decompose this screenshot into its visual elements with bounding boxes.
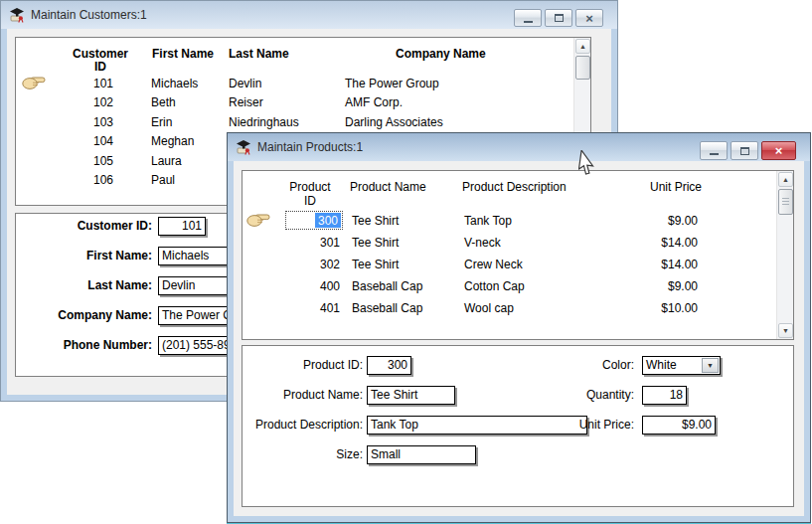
products-titlebar[interactable]: Maintain Products:1 × bbox=[228, 133, 810, 161]
product-id-label: Product ID: bbox=[243, 356, 363, 375]
products-window: Maintain Products:1 × Product ID Product… bbox=[227, 132, 811, 523]
quantity-label: Quantity: bbox=[494, 386, 634, 405]
selected-cell-product-id[interactable]: 300 bbox=[285, 211, 343, 230]
unit-price-label: Unit Price: bbox=[494, 416, 634, 435]
products-window-title: Maintain Products:1 bbox=[257, 140, 363, 154]
products-form-panel: Product ID: 300 Color: White ▼ Product N… bbox=[242, 345, 794, 507]
products-vertical-scrollbar[interactable]: ▲ ▼ bbox=[776, 171, 794, 339]
column-header-product-description: Product Description bbox=[462, 180, 567, 195]
cell-unit-price: $14.00 bbox=[608, 258, 698, 272]
color-dropdown[interactable]: White ▼ bbox=[642, 356, 721, 375]
cell-first-name: Beth bbox=[151, 95, 176, 110]
products-client-area: Product ID Product Name Product Descript… bbox=[234, 161, 804, 516]
first-name-label: First Name: bbox=[16, 247, 152, 265]
unit-price-field[interactable]: $9.00 bbox=[642, 416, 716, 435]
cell-product-id: 400 bbox=[285, 279, 340, 294]
cell-first-name: Erin bbox=[151, 115, 172, 130]
product-description-label: Product Description: bbox=[243, 416, 363, 435]
column-header-last-name: Last Name bbox=[229, 47, 289, 62]
products-caption-buttons: × bbox=[700, 141, 796, 160]
cell-last-name: Devlin bbox=[229, 77, 261, 91]
cell-product-description: Crew Neck bbox=[464, 258, 523, 272]
cell-product-id: 301 bbox=[285, 236, 340, 251]
customers-minimize-button[interactable] bbox=[514, 9, 542, 27]
cell-customer-id: 106 bbox=[54, 173, 113, 188]
customers-caption-buttons: × bbox=[514, 9, 603, 27]
mouse-cursor bbox=[578, 150, 596, 177]
cell-product-id: 302 bbox=[285, 258, 340, 272]
column-header-customer-id-line2: ID bbox=[56, 60, 145, 75]
column-header-product-id-line2: ID bbox=[270, 194, 350, 209]
cell-company-name: AMF Corp. bbox=[345, 95, 403, 110]
cell-customer-id: 104 bbox=[54, 134, 113, 149]
graduation-cap-icon bbox=[236, 139, 251, 155]
scroll-down-arrow-icon[interactable]: ▼ bbox=[778, 323, 793, 338]
cell-unit-price: $9.00 bbox=[608, 279, 698, 294]
column-header-product-id: Product bbox=[270, 180, 350, 195]
column-header-product-name: Product Name bbox=[350, 180, 426, 195]
quantity-field[interactable]: 18 bbox=[642, 386, 687, 405]
cell-company-name: Darling Associates bbox=[345, 115, 443, 130]
close-icon: × bbox=[585, 11, 593, 24]
customers-window-title: Maintain Customers:1 bbox=[31, 8, 147, 22]
cell-last-name: Reiser bbox=[229, 95, 263, 110]
column-header-company-name: Company Name bbox=[396, 47, 486, 62]
cell-first-name: Meghan bbox=[151, 134, 194, 149]
dropdown-arrow-icon[interactable]: ▼ bbox=[702, 358, 719, 373]
cell-customer-id: 101 bbox=[54, 77, 113, 91]
product-name-field[interactable]: Tee Shirt bbox=[367, 386, 455, 405]
phone-number-label: Phone Number: bbox=[16, 336, 152, 355]
current-row-pointing-hand-icon bbox=[246, 212, 270, 228]
close-icon: × bbox=[775, 144, 783, 157]
cell-last-name: Niedringhaus bbox=[229, 115, 299, 130]
cell-product-id: 401 bbox=[285, 301, 340, 316]
cell-product-name: Tee Shirt bbox=[352, 214, 399, 229]
scroll-up-arrow-icon[interactable]: ▲ bbox=[778, 172, 793, 187]
graduation-cap-icon bbox=[9, 7, 25, 23]
customers-close-button[interactable]: × bbox=[575, 9, 603, 27]
color-label: Color: bbox=[494, 356, 634, 375]
restore-icon bbox=[740, 147, 749, 155]
customer-id-field[interactable]: 101 bbox=[158, 217, 206, 236]
last-name-label: Last Name: bbox=[16, 276, 152, 295]
minimize-icon bbox=[710, 146, 719, 155]
customers-restore-button[interactable] bbox=[545, 9, 572, 27]
scrollbar-thumb[interactable] bbox=[575, 56, 590, 80]
cell-product-name: Tee Shirt bbox=[352, 236, 399, 251]
cell-product-name: Baseball Cap bbox=[352, 301, 422, 316]
size-field[interactable]: Small bbox=[367, 445, 476, 464]
current-row-pointing-hand-icon bbox=[22, 75, 46, 90]
color-dropdown-value: White bbox=[646, 358, 677, 372]
cell-first-name: Michaels bbox=[151, 77, 198, 91]
cell-customer-id: 102 bbox=[54, 95, 113, 110]
cell-product-description: Cotton Cap bbox=[464, 279, 525, 294]
size-label: Size: bbox=[243, 445, 363, 464]
cell-unit-price: $10.00 bbox=[608, 301, 698, 316]
cell-customer-id: 103 bbox=[54, 115, 113, 130]
cell-product-name: Baseball Cap bbox=[352, 279, 422, 294]
customers-titlebar[interactable]: Maintain Customers:1 × bbox=[1, 1, 617, 29]
products-minimize-button[interactable] bbox=[700, 141, 728, 160]
product-id-field[interactable]: 300 bbox=[367, 356, 411, 375]
column-header-first-name: First Name bbox=[152, 47, 214, 62]
cell-unit-price: $14.00 bbox=[608, 236, 698, 251]
cell-first-name: Paul bbox=[151, 173, 175, 188]
cell-customer-id: 105 bbox=[54, 154, 113, 169]
restore-icon bbox=[555, 14, 564, 22]
cell-product-description: V-neck bbox=[464, 236, 501, 251]
column-header-unit-price: Unit Price bbox=[650, 180, 702, 195]
cell-company-name: The Power Group bbox=[345, 77, 439, 91]
product-name-label: Product Name: bbox=[243, 386, 363, 405]
cell-product-description: Wool cap bbox=[464, 301, 514, 316]
cell-product-description: Tank Top bbox=[464, 214, 512, 229]
cell-product-name: Tee Shirt bbox=[352, 258, 399, 272]
scrollbar-thumb[interactable] bbox=[778, 189, 793, 215]
company-name-label: Company Name: bbox=[16, 306, 152, 325]
scroll-up-arrow-icon[interactable]: ▲ bbox=[575, 39, 590, 54]
products-restore-button[interactable] bbox=[731, 141, 758, 160]
cell-unit-price: $9.00 bbox=[608, 214, 698, 229]
cell-first-name: Laura bbox=[151, 154, 182, 169]
desktop: Maintain Customers:1 × Customer ID First… bbox=[0, 0, 812, 524]
selected-cell-value: 300 bbox=[315, 213, 341, 228]
products-close-button[interactable]: × bbox=[761, 141, 796, 160]
